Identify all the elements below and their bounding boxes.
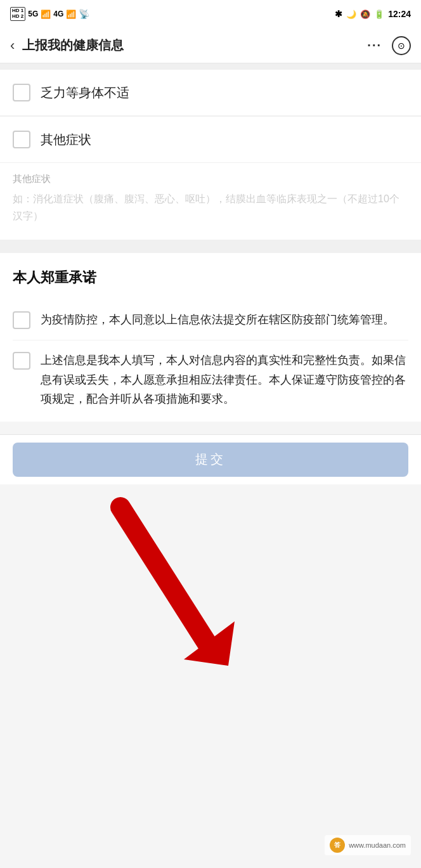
promise-item-2[interactable]: 上述信息是我本人填写，本人对信息内容的真实性和完整性负责。如果信息有误或丢失，本… [13,340,408,422]
submit-button[interactable]: 提交 [13,443,408,477]
watermark-text: www.mudaan.com [349,841,406,849]
separator-mid [0,240,421,253]
scan-button[interactable]: ⊙ [392,36,411,55]
nav-bar: ‹ 上报我的健康信息 ··· ⊙ [0,28,421,63]
checkbox-fatigue-label: 乏力等身体不适 [41,84,129,101]
wifi-icon: 📡 [79,9,89,19]
textarea-placeholder[interactable]: 如：消化道症状（腹痛、腹泻、恶心、呕吐），结膜出血等临床表现之一（不超过10个汉… [13,190,408,224]
nav-actions: ··· ⊙ [367,36,411,55]
promise-checkbox-1[interactable] [13,311,30,329]
page-title: 上报我的健康信息 [22,37,367,54]
hd-badge: HD 1 HD 2 [10,7,25,21]
checkbox-item-other[interactable]: 其他症状 [0,117,421,163]
checkbox-fatigue[interactable] [13,84,30,101]
status-bar: HD 1 HD 2 5G 📶 4G 📶 📡 ✱ 🌙 🔕 🔋 12:24 [0,0,421,28]
checkbox-other-label: 其他症状 [41,131,91,148]
separator-top [0,63,421,70]
mute-icon: 🔕 [360,10,370,19]
status-right: ✱ 🌙 🔕 🔋 12:24 [335,9,411,19]
moon-icon: 🌙 [346,10,356,19]
promise-section: 本人郑重承诺 为疫情防控，本人同意以上信息依法提交所在辖区防疫部门统筹管理。 上… [0,253,421,421]
promise-title: 本人郑重承诺 [13,268,408,287]
checkbox-item-fatigue[interactable]: 乏力等身体不适 [0,70,421,116]
scan-icon: ⊙ [398,41,405,51]
svg-line-1 [120,507,209,647]
signal-bars-2: 📶 [66,10,76,19]
promise-text-1: 为疫情防控，本人同意以上信息依法提交所在辖区防疫部门统筹管理。 [41,310,394,330]
submit-bar: 提交 [0,434,421,484]
arrow-annotation [82,495,260,672]
time-display: 12:24 [388,9,411,19]
svg-marker-2 [184,621,235,666]
watermark-logo: 答 [330,838,345,853]
watermark: 答 www.mudaan.com [325,835,411,855]
bluetooth-icon: ✱ [335,9,342,19]
checkbox-other[interactable] [13,131,30,148]
textarea-label: 其他症状 [13,173,408,185]
back-button[interactable]: ‹ [10,37,15,54]
textarea-section: 其他症状 如：消化道症状（腹痛、腹泻、恶心、呕吐），结膜出血等临床表现之一（不超… [0,163,421,240]
promise-checkbox-2[interactable] [13,352,30,370]
status-left: HD 1 HD 2 5G 📶 4G 📶 📡 [10,7,89,21]
more-button[interactable]: ··· [367,38,382,53]
network-5g: 5G [28,10,38,18]
promise-item-1[interactable]: 为疫情防控，本人同意以上信息依法提交所在辖区防疫部门统筹管理。 [13,300,408,340]
battery-icon: 🔋 [374,10,384,19]
network-4g: 4G [53,10,63,18]
promise-text-2: 上述信息是我本人填写，本人对信息内容的真实性和完整性负责。如果信息有误或丢失，本… [41,351,408,409]
signal-bars-1: 📶 [41,10,51,19]
